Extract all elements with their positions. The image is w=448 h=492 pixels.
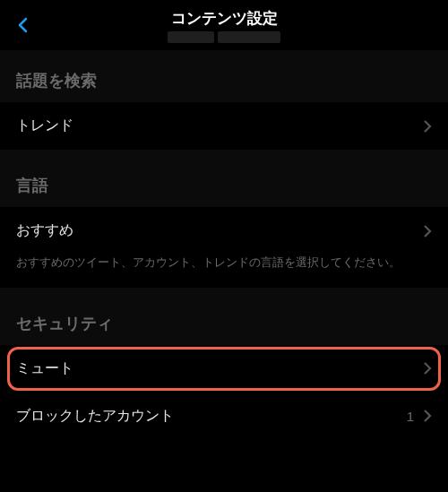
section-header-security: セキュリティ xyxy=(0,293,448,345)
section-header-language: 言語 xyxy=(0,155,448,207)
section-header-search: 話題を検索 xyxy=(0,50,448,102)
row-value: 1 xyxy=(407,409,414,424)
section-header-label: セキュリティ xyxy=(16,315,113,332)
row-description: おすすめのツイート、アカウント、トレンドの言語を選択してください。 xyxy=(0,255,448,288)
row-label: ブロックしたアカウント xyxy=(16,407,174,426)
row-trends[interactable]: トレンド xyxy=(0,102,448,150)
row-label: ミュート xyxy=(16,359,73,378)
section-header-label: 話題を検索 xyxy=(16,72,97,90)
back-button[interactable] xyxy=(11,13,36,38)
chevron-right-icon xyxy=(423,361,432,375)
row-blocked-accounts[interactable]: ブロックしたアカウント 1 xyxy=(0,393,448,440)
row-mute[interactable]: ミュート xyxy=(0,345,448,393)
row-label: おすすめ xyxy=(16,221,73,240)
row-recommend[interactable]: おすすめ xyxy=(0,207,448,255)
chevron-right-icon xyxy=(423,119,432,134)
header-bar: コンテンツ設定 xyxy=(0,0,448,50)
page-subtitle xyxy=(168,31,280,43)
chevron-right-icon xyxy=(423,409,432,423)
row-label: トレンド xyxy=(16,117,73,135)
page-title: コンテンツ設定 xyxy=(168,8,280,29)
chevron-right-icon xyxy=(423,224,432,238)
chevron-left-icon xyxy=(15,17,31,33)
title-block: コンテンツ設定 xyxy=(168,8,280,43)
section-header-label: 言語 xyxy=(16,177,48,194)
